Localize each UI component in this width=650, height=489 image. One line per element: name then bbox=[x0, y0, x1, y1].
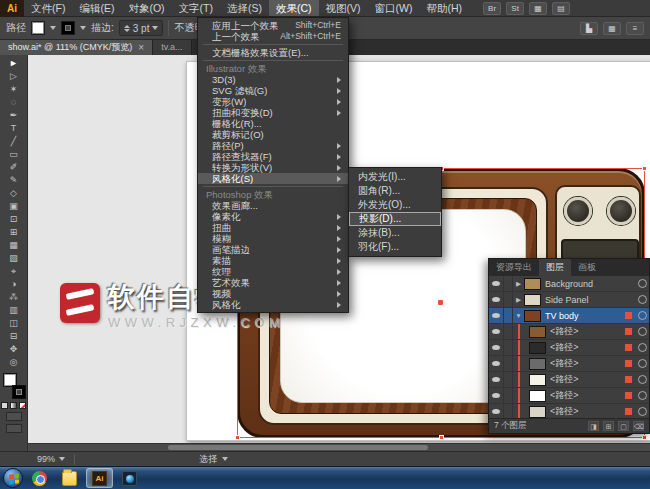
expand-arrow-icon[interactable]: ▶ bbox=[513, 296, 524, 304]
layer-row[interactable]: <路径> bbox=[489, 388, 649, 404]
pen-tool[interactable]: ✒ bbox=[2, 109, 26, 122]
stroke-color-swatch[interactable] bbox=[61, 21, 75, 35]
effect-menu-item[interactable]: 艺术效果 bbox=[198, 277, 348, 288]
stylize-submenu-item[interactable]: 圆角(R)... bbox=[349, 184, 441, 198]
menubar-item[interactable]: 效果(C) bbox=[269, 0, 319, 16]
zoom-dropdown[interactable]: 99% bbox=[32, 453, 70, 466]
start-button[interactable] bbox=[3, 468, 23, 488]
layers-panel-tab[interactable]: 资源导出 bbox=[489, 259, 539, 276]
menubar-item[interactable]: 帮助(H) bbox=[420, 0, 470, 16]
visibility-eye-icon[interactable] bbox=[489, 356, 504, 371]
effect-menu-item[interactable]: 3D(3) bbox=[198, 74, 348, 85]
slice-tool[interactable]: ⊟ bbox=[2, 330, 26, 343]
effect-menu-item[interactable]: 扭曲 bbox=[198, 222, 348, 233]
layer-row[interactable]: <路径> bbox=[489, 324, 649, 340]
effect-menu-item[interactable]: 纹理 bbox=[198, 266, 348, 277]
effect-menu-item[interactable]: 文档栅格效果设置(E)... bbox=[198, 47, 348, 58]
visibility-eye-icon[interactable] bbox=[489, 324, 504, 339]
lock-toggle[interactable] bbox=[504, 308, 513, 323]
target-circle-icon[interactable] bbox=[635, 391, 649, 400]
status-tool-arrow-icon[interactable] bbox=[222, 457, 228, 461]
hand-tool[interactable]: ✥ bbox=[2, 343, 26, 356]
lock-toggle[interactable] bbox=[504, 372, 513, 387]
layer-row[interactable]: <路径> bbox=[489, 404, 649, 418]
blend-tool[interactable]: ◑ bbox=[2, 278, 26, 291]
draw-mode-button[interactable] bbox=[6, 412, 22, 421]
paintbrush-tool[interactable]: ✐ bbox=[2, 161, 26, 174]
gradient-tool[interactable]: ▧ bbox=[2, 252, 26, 265]
panel-menu-icon[interactable]: ≡ bbox=[626, 22, 644, 35]
new-layer-button[interactable]: ▢ bbox=[618, 421, 629, 431]
zoom-tool[interactable]: ◎ bbox=[2, 356, 26, 369]
lock-toggle[interactable] bbox=[504, 324, 513, 339]
horizontal-scrollbar-thumb[interactable] bbox=[168, 445, 428, 450]
graph-tool[interactable]: ▥ bbox=[2, 304, 26, 317]
layer-row[interactable]: ▶Side Panel bbox=[489, 292, 649, 308]
mesh-tool[interactable]: ▦ bbox=[2, 239, 26, 252]
delete-layer-button[interactable]: ⌫ bbox=[633, 421, 644, 431]
status-tool-dropdown[interactable]: 选择 bbox=[199, 453, 228, 466]
lock-toggle[interactable] bbox=[504, 276, 513, 291]
stylize-submenu-item[interactable]: 内发光(I)... bbox=[349, 170, 441, 184]
tab-close-icon[interactable]: × bbox=[138, 43, 144, 53]
lasso-tool[interactable]: ◌ bbox=[2, 96, 26, 109]
pencil-tool[interactable]: ✎ bbox=[2, 174, 26, 187]
target-circle-icon[interactable] bbox=[635, 343, 649, 352]
effect-menu-item[interactable]: 应用上一个效果Shift+Ctrl+E bbox=[198, 20, 348, 31]
eyedropper-tool[interactable]: ⌖ bbox=[2, 265, 26, 278]
effect-menu-item[interactable]: 扭曲和变换(D) bbox=[198, 107, 348, 118]
menubar-item[interactable]: 选择(S) bbox=[220, 0, 269, 16]
stroke-weight-dropdown-icon[interactable] bbox=[152, 26, 158, 30]
tool-stroke-swatch[interactable] bbox=[12, 385, 26, 399]
artboard-tool[interactable]: ◫ bbox=[2, 317, 26, 330]
lock-toggle[interactable] bbox=[504, 292, 513, 307]
workspace-switcher-icon[interactable]: ▤ bbox=[552, 2, 570, 15]
effect-menu-item[interactable]: 模糊 bbox=[198, 233, 348, 244]
lock-toggle[interactable] bbox=[504, 404, 513, 418]
align-panel-icon[interactable]: ▙ bbox=[580, 22, 598, 35]
effect-menu-item[interactable]: 风格化 bbox=[198, 299, 348, 310]
effect-menu-item[interactable]: 效果画廊... bbox=[198, 200, 348, 211]
layer-row[interactable]: <路径> bbox=[489, 340, 649, 356]
color-button[interactable] bbox=[1, 402, 8, 409]
gradient-button[interactable] bbox=[10, 402, 17, 409]
layer-row[interactable]: ▼TV body bbox=[489, 308, 649, 324]
lock-toggle[interactable] bbox=[504, 388, 513, 403]
stroke-weight-stepper[interactable]: 3 pt bbox=[119, 20, 164, 36]
document-tab[interactable]: tv.a... bbox=[153, 40, 191, 55]
target-circle-icon[interactable] bbox=[635, 295, 649, 304]
symbol-sprayer-tool[interactable]: ⁂ bbox=[2, 291, 26, 304]
stock-icon[interactable]: St bbox=[506, 2, 524, 15]
type-tool[interactable]: T bbox=[2, 122, 26, 135]
menubar-item[interactable]: 编辑(E) bbox=[72, 0, 121, 16]
direct-selection-tool[interactable]: ▷ bbox=[2, 70, 26, 83]
stylize-submenu-item[interactable]: 涂抹(B)... bbox=[349, 226, 441, 240]
target-circle-icon[interactable] bbox=[635, 279, 649, 288]
effect-menu-item[interactable]: 路径(P) bbox=[198, 140, 348, 151]
effect-menu-item[interactable]: 路径查找器(F) bbox=[198, 151, 348, 162]
width-tool[interactable]: ◇ bbox=[2, 187, 26, 200]
selection-center-point[interactable] bbox=[438, 300, 443, 305]
visibility-eye-icon[interactable] bbox=[489, 388, 504, 403]
target-circle-icon[interactable] bbox=[635, 375, 649, 384]
perspective-grid-tool[interactable]: ⊞ bbox=[2, 226, 26, 239]
layer-row[interactable]: <路径> bbox=[489, 356, 649, 372]
stylize-submenu-item[interactable]: 投影(D)... bbox=[349, 212, 441, 226]
none-button[interactable] bbox=[19, 402, 26, 409]
arrange-documents-icon[interactable]: ▦ bbox=[529, 2, 547, 15]
stroke-dropdown-arrow-icon[interactable] bbox=[80, 26, 86, 30]
effect-menu-item[interactable]: 栅格化(R)... bbox=[198, 118, 348, 129]
effect-menu-item[interactable]: 视频 bbox=[198, 288, 348, 299]
lock-toggle[interactable] bbox=[504, 340, 513, 355]
visibility-eye-icon[interactable] bbox=[489, 308, 504, 323]
taskbar-button-illustrator[interactable]: Ai bbox=[86, 468, 113, 488]
expand-arrow-icon[interactable]: ▶ bbox=[513, 280, 524, 288]
visibility-eye-icon[interactable] bbox=[489, 340, 504, 355]
fill-color-swatch[interactable] bbox=[31, 21, 45, 35]
menubar-item[interactable]: 文字(T) bbox=[172, 0, 220, 16]
menubar-item[interactable]: 文件(F) bbox=[24, 0, 72, 16]
menubar-item[interactable]: 视图(V) bbox=[319, 0, 368, 16]
horizontal-scrollbar[interactable] bbox=[28, 443, 650, 451]
visibility-eye-icon[interactable] bbox=[489, 292, 504, 307]
effect-menu-item[interactable]: 像素化 bbox=[198, 211, 348, 222]
